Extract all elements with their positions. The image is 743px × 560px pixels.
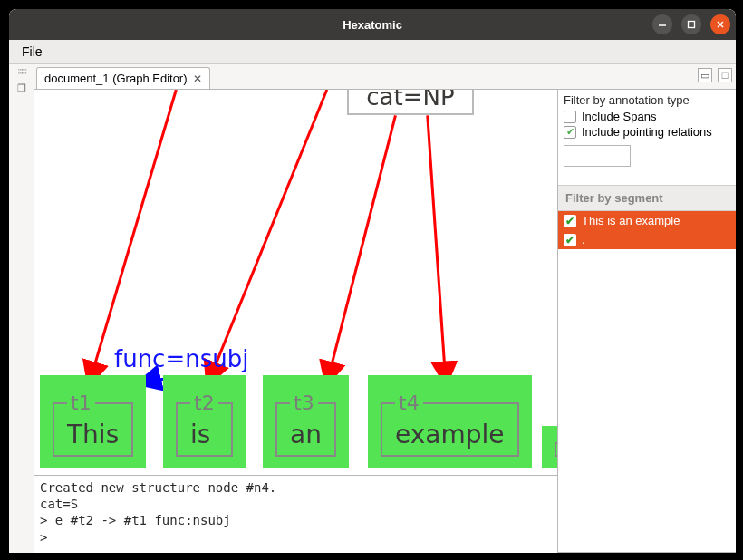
token-id: t2: [190, 391, 218, 414]
app-window: Hexatomic File ┄┄┄┄ ❐ document_1 (Graph …: [9, 9, 736, 553]
tab-document-1[interactable]: document_1 (Graph Editor) ✕: [36, 67, 210, 89]
console-text: Created new structure node #n4. cat=S > …: [40, 480, 276, 545]
include-pointing-label: Include pointing relations: [582, 125, 712, 139]
token-t1[interactable]: t1 This: [40, 375, 146, 468]
segment-item[interactable]: ✔ .: [558, 230, 736, 249]
graph-canvas[interactable]: cat=NP func=nsubj t1 This t2: [34, 90, 557, 475]
structure-node-cat[interactable]: cat=NP: [347, 90, 474, 115]
segment-label: .: [582, 233, 585, 246]
svg-line-7: [428, 115, 446, 382]
filter-text-input[interactable]: [564, 145, 631, 167]
include-spans-row[interactable]: Include Spans: [558, 109, 736, 124]
token-id: t4: [395, 391, 423, 414]
maximize-button[interactable]: [681, 14, 701, 34]
edge-label-func[interactable]: func=nsubj: [114, 345, 248, 372]
titlebar: Hexatomic: [9, 9, 736, 40]
segment-checkbox-icon[interactable]: ✔: [564, 234, 576, 246]
svg-rect-1: [689, 22, 695, 28]
graph-column: cat=NP func=nsubj t1 This t2: [34, 90, 558, 553]
sidebar: Filter by annotation type Include Spans …: [558, 90, 736, 553]
token-t4[interactable]: t4 example: [368, 375, 532, 468]
window-title: Hexatomic: [343, 18, 402, 32]
tab-close-icon[interactable]: ✕: [193, 72, 202, 85]
svg-line-5: [208, 90, 327, 383]
include-spans-label: Include Spans: [582, 110, 656, 123]
checkbox-checked-icon[interactable]: ✔: [564, 126, 576, 139]
menu-file[interactable]: File: [14, 43, 50, 61]
restore-view-icon[interactable]: ❐: [17, 82, 26, 94]
minimize-view-icon[interactable]: ▭: [698, 68, 712, 82]
svg-line-4: [90, 90, 177, 383]
token-overflow[interactable]: [542, 426, 557, 468]
segment-checkbox-icon[interactable]: ✔: [564, 215, 576, 227]
window-controls: [652, 14, 730, 34]
segment-item[interactable]: ✔ This is an example: [558, 211, 736, 230]
console-output[interactable]: Created new structure node #n4. cat=S > …: [34, 475, 557, 553]
maximize-view-icon[interactable]: □: [718, 68, 732, 82]
token-text: example: [395, 420, 505, 449]
token-text: This: [67, 420, 119, 449]
token-id: t1: [67, 391, 95, 414]
client-area: ┄┄┄┄ ❐ document_1 (Graph Editor) ✕ ▭ □: [9, 63, 736, 553]
minimize-button[interactable]: [652, 14, 672, 34]
filter-segment-title: Filter by segment: [558, 185, 736, 211]
node-label: cat=NP: [366, 90, 454, 111]
work-area: cat=NP func=nsubj t1 This t2: [34, 90, 736, 553]
token-t3[interactable]: t3 an: [263, 375, 349, 468]
tab-label: document_1 (Graph Editor): [44, 72, 188, 85]
token-t2[interactable]: t2 is: [163, 375, 246, 468]
sidebar-spacer: [558, 249, 736, 553]
main-area: document_1 (Graph Editor) ✕ ▭ □: [34, 64, 736, 553]
editor-tabs: document_1 (Graph Editor) ✕ ▭ □: [34, 64, 736, 90]
menubar: File: [9, 40, 736, 63]
svg-line-6: [327, 115, 396, 382]
close-button[interactable]: [710, 14, 730, 34]
filter-type-title: Filter by annotation type: [558, 90, 736, 109]
include-pointing-row[interactable]: ✔ Include pointing relations: [558, 124, 736, 140]
token-text: an: [290, 420, 322, 449]
left-gutter: ┄┄┄┄ ❐: [9, 64, 34, 553]
tab-view-controls: ▭ □: [698, 68, 732, 82]
gutter-grip-icon: ┄┄┄┄: [18, 68, 25, 75]
segment-label: This is an example: [582, 214, 680, 227]
token-id: t3: [290, 391, 318, 414]
token-text: is: [190, 420, 218, 449]
checkbox-unchecked-icon[interactable]: [564, 111, 576, 123]
